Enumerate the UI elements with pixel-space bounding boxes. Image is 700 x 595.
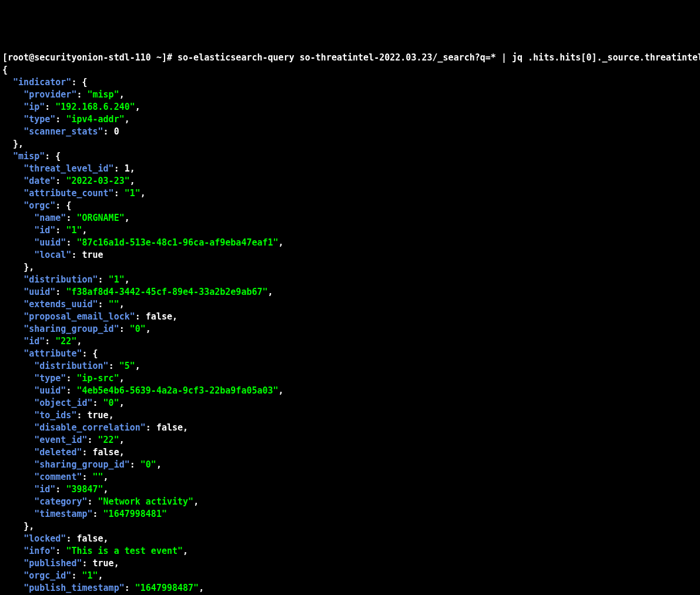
prompt-path: ~	[156, 52, 162, 63]
prompt-at: @	[29, 52, 34, 63]
json-output: { "indicator": { "provider": "misp", "ip…	[2, 65, 284, 595]
prompt-close-bracket: ]	[162, 52, 167, 63]
prompt-host: securityonion-stdl-110	[34, 52, 151, 63]
prompt-hash: #	[167, 52, 177, 63]
command-text: so-elasticsearch-query so-threatintel-20…	[177, 52, 700, 63]
terminal-output: [root@securityonion-stdl-110 ~]# so-elas…	[2, 52, 698, 595]
prompt-space	[151, 52, 156, 63]
prompt-line: [root@securityonion-stdl-110 ~]# so-elas…	[2, 52, 700, 63]
prompt-open-bracket: [	[2, 52, 8, 63]
prompt-user: root	[8, 52, 29, 63]
